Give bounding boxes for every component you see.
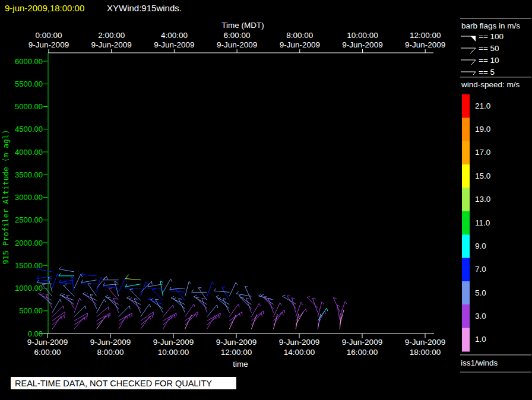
wind-barb <box>185 281 191 296</box>
wind-barb-line <box>280 303 282 306</box>
wind-barb <box>103 282 119 285</box>
wind-barb-line <box>251 311 263 321</box>
wind-barb-line <box>107 297 110 298</box>
wind-barb-line <box>245 287 251 301</box>
wind-barb <box>245 287 251 301</box>
wind-barb-line <box>202 298 207 312</box>
bottom-axis-tick-time-label: 18:00:00 <box>410 348 441 357</box>
wind-barb-line <box>150 300 163 309</box>
wind-barb-line <box>52 306 63 316</box>
left-axis-tick-label: 1000.00 <box>15 284 43 293</box>
wind-barb-line <box>37 269 52 272</box>
wind-barb-line <box>283 295 286 296</box>
wind-barb <box>240 297 251 309</box>
wind-barb-line <box>251 303 259 317</box>
wind-barb-line <box>171 298 185 304</box>
window-datetime: 9-jun-2009,18:00:00 <box>5 3 84 13</box>
left-axis-tick-label: 2000.00 <box>15 239 43 247</box>
bottom-axis-tick-date-label: 9-Jun-2009 <box>27 338 68 347</box>
left-axis-tick-label: 4500.00 <box>15 125 43 134</box>
left-axis-tick-label: 4000.00 <box>15 148 43 157</box>
wind-barb <box>105 296 119 304</box>
wind-barb <box>97 307 109 317</box>
wind-barb-line <box>258 294 261 296</box>
wind-barb-line <box>246 298 252 312</box>
wind-profiler-plot-window: 9-jun-2009,18:00:00 XYWind:915winds. Tim… <box>0 0 532 400</box>
wind-barb-line <box>52 274 58 288</box>
top-axis-tick-date-label: 9-Jun-2009 <box>154 40 194 49</box>
wind-barb <box>37 278 52 281</box>
wind-barb-line <box>104 299 106 302</box>
bottom-axis-tick-time-label: 12:00:00 <box>221 348 252 357</box>
wind-barb-line <box>236 291 239 294</box>
wind-barb-line <box>106 277 107 280</box>
wind-barb-line <box>151 281 152 284</box>
wind-barb-line <box>63 306 64 309</box>
wind-barb-line <box>217 305 217 308</box>
wind-barb <box>152 289 163 300</box>
colorbar-segment <box>462 94 470 118</box>
wind-barb <box>287 296 296 309</box>
wind-barb-line <box>150 304 151 307</box>
wind-barb-line <box>175 288 185 300</box>
wind-barb <box>207 316 216 329</box>
wind-barb <box>333 298 340 312</box>
wind-barb-line <box>59 267 61 269</box>
top-axis-tick-date-label: 9-Jun-2009 <box>217 40 257 49</box>
wind-barb <box>81 272 97 275</box>
wind-barb <box>74 317 85 329</box>
wind-barb-line <box>125 275 129 279</box>
colorbar-tick-label: 21.0 <box>475 101 490 110</box>
wind-barb-line <box>173 305 173 308</box>
full-barb-10-icon <box>471 60 476 65</box>
colorbar-tick-label: 3.0 <box>475 312 486 320</box>
wind-barb-line <box>60 293 63 295</box>
wind-barb <box>148 285 163 288</box>
wind-barb-line <box>59 282 74 284</box>
wind-barb-line <box>148 284 163 287</box>
wind-barb-line <box>296 309 306 321</box>
wind-barb-line <box>113 298 119 312</box>
colorbar-segment <box>462 304 470 328</box>
wind-barb-line <box>171 279 172 282</box>
barb-flag-label: == 5 <box>479 68 495 77</box>
status-text: REAL-TIME DATA, NOT CHECKED FOR QUALITY <box>15 379 212 388</box>
wind-barb-line <box>307 297 318 308</box>
wind-barb-line <box>72 277 75 293</box>
wind-barb <box>48 277 52 292</box>
wind-barb-line <box>283 296 296 304</box>
wind-barb <box>221 287 229 301</box>
wind-barb-line <box>59 280 74 283</box>
colorbar-tick-label: 15.0 <box>475 172 490 180</box>
wind-barb <box>97 299 106 313</box>
wind-barb-line <box>261 294 264 296</box>
bottom-axis-tick-time-label: 8:00:00 <box>97 348 124 357</box>
wind-barb <box>59 273 74 276</box>
wind-barb-line <box>141 304 150 316</box>
top-axis-tick-time-label: 8:00:00 <box>286 31 313 40</box>
wind-barb-line <box>119 306 129 316</box>
wind-barb <box>148 284 163 287</box>
wind-barb-line <box>103 284 119 285</box>
wind-barb <box>207 282 214 296</box>
wind-barb <box>202 298 207 312</box>
wind-barb-line <box>238 304 239 307</box>
wind-barb-line <box>287 296 296 309</box>
wind-barb <box>229 312 242 321</box>
wind-barb <box>72 277 75 293</box>
wind-barb-line <box>74 274 81 288</box>
wind-barb-line <box>97 277 101 292</box>
wind-barb-line <box>196 314 197 317</box>
wind-barb-line <box>322 302 324 304</box>
left-axis-tick-label: 5500.00 <box>15 80 43 88</box>
wind-barb-line <box>59 269 74 272</box>
wind-barb-line <box>85 294 88 294</box>
wind-barb-line <box>100 277 103 280</box>
colorbar-segment <box>462 211 470 235</box>
wind-barb-line <box>229 304 238 316</box>
top-axis-tick-time-label: 2:00:00 <box>98 31 125 40</box>
colorbar-tick-label: 17.0 <box>475 148 490 157</box>
wind-barb <box>126 296 141 304</box>
colorbar-tick-label: 9.0 <box>475 242 486 250</box>
bottom-axis-tick-date-label: 9-Jun-2009 <box>342 338 382 347</box>
